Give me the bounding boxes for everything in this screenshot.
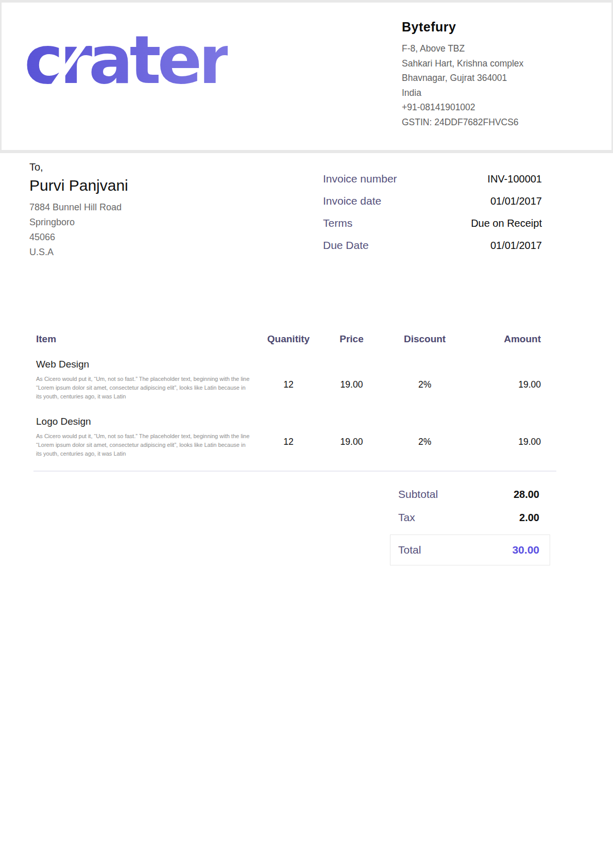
invoice-number-row: Invoice number INV-100001 [323,173,542,195]
column-header-item: Item [36,333,258,345]
due-date-row: Due Date 01/01/2017 [323,239,542,261]
subtotal-value: 28.00 [514,489,539,500]
invoice-number-label: Invoice number [323,173,397,185]
item-cell: Web Design As Cicero would put it, “Um, … [36,359,258,401]
column-header-amount: Amount [465,333,541,345]
total-label: Total [398,544,421,556]
items-table-header: Item Quanitity Price Discount Amount [36,333,541,345]
item-discount: 2% [384,416,465,447]
item-amount: 19.00 [465,416,541,447]
customer-address-line: 45066 [29,230,128,245]
item-description: As Cicero would put it, “Um, not so fast… [36,432,251,458]
invoice-date-value: 01/01/2017 [490,195,542,207]
item-quantity: 12 [258,359,319,390]
item-description: As Cicero would put it, “Um, not so fast… [36,375,251,401]
item-price: 19.00 [319,359,384,390]
company-address-line: F-8, Above TBZ [402,41,583,56]
column-header-price: Price [319,333,384,345]
company-address-line: Sahkari Hart, Krishna complex [402,56,583,71]
column-header-quantity: Quanitity [258,333,319,345]
tax-row: Tax 2.00 [390,511,550,524]
due-date-value: 01/01/2017 [490,240,542,252]
customer-name: Purvi Panjvani [29,177,128,194]
invoice-date-row: Invoice date 01/01/2017 [323,195,542,217]
totals-section: Subtotal 28.00 Tax 2.00 Total 30.00 [390,488,550,565]
to-label: To, [29,161,128,173]
invoice-body: To, Purvi Panjvani 7884 Bunnel Hill Road… [0,153,613,565]
invoice-header: crater Bytefury F-8, Above TBZ Sahkari H… [0,0,613,153]
items-table: Item Quanitity Price Discount Amount Web… [36,333,541,472]
company-gstin: GSTIN: 24DDF7682FHVCS6 [402,115,583,130]
item-amount: 19.00 [465,359,541,390]
customer-address-line: 7884 Bunnel Hill Road [29,200,128,215]
item-discount: 2% [384,359,465,390]
customer-address-line: U.S.A [29,245,128,260]
company-address-line: Bhavnagar, Gujrat 364001 [402,71,583,86]
invoice-meta-block: Invoice number INV-100001 Invoice date 0… [323,173,542,261]
billing-and-meta-section: To, Purvi Panjvani 7884 Bunnel Hill Road… [29,161,542,261]
subtotal-row: Subtotal 28.00 [390,488,550,500]
table-row: Logo Design As Cicero would put it, “Um,… [36,416,541,458]
terms-row: Terms Due on Receipt [323,217,542,239]
header-card: crater Bytefury F-8, Above TBZ Sahkari H… [2,3,611,150]
invoice-date-label: Invoice date [323,195,381,207]
logo-slash-icon [227,28,277,95]
company-name: Bytefury [402,20,583,35]
total-box: Total 30.00 [390,535,550,565]
due-date-label: Due Date [323,239,369,252]
crater-logo: crater [24,27,228,110]
invoice-number-value: INV-100001 [487,173,542,185]
items-divider [33,471,556,472]
tax-value: 2.00 [519,512,539,524]
company-info-block: Bytefury F-8, Above TBZ Sahkari Hart, Kr… [402,20,583,129]
invoice-page: crater Bytefury F-8, Above TBZ Sahkari H… [0,0,613,868]
item-name: Web Design [36,359,258,370]
item-price: 19.00 [319,416,384,447]
item-quantity: 12 [258,416,319,447]
tax-label: Tax [398,511,415,524]
bill-to-block: To, Purvi Panjvani 7884 Bunnel Hill Road… [29,161,128,261]
item-cell: Logo Design As Cicero would put it, “Um,… [36,416,258,458]
total-value: 30.00 [512,544,539,556]
terms-value: Due on Receipt [471,218,542,229]
company-phone: +91-08141901002 [402,100,583,115]
item-name: Logo Design [36,416,258,427]
company-address-line: India [402,86,583,101]
customer-address-line: Springboro [29,215,128,230]
terms-label: Terms [323,217,352,229]
subtotal-label: Subtotal [398,488,438,500]
column-header-discount: Discount [384,333,465,345]
table-row: Web Design As Cicero would put it, “Um, … [36,359,541,401]
